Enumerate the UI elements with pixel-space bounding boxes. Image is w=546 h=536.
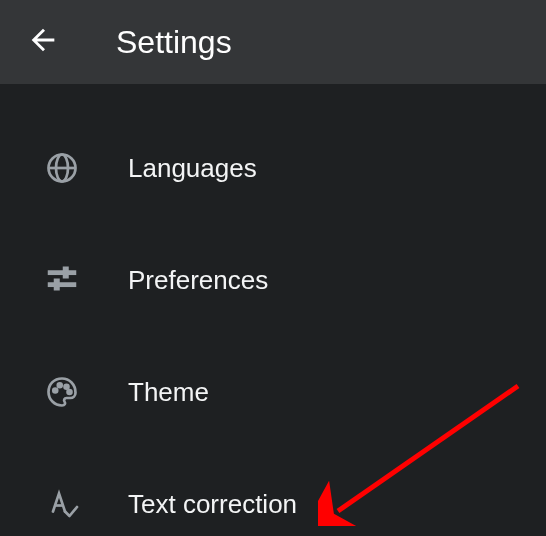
settings-item-preferences[interactable]: Preferences <box>0 224 546 336</box>
svg-rect-5 <box>64 267 69 278</box>
settings-item-languages[interactable]: Languages <box>0 112 546 224</box>
svg-rect-4 <box>49 283 76 286</box>
text-check-icon <box>42 484 82 524</box>
settings-item-theme[interactable]: Theme <box>0 336 546 448</box>
settings-list: Languages Preferences Theme <box>0 84 546 536</box>
svg-point-7 <box>53 389 57 393</box>
settings-item-label: Languages <box>128 153 257 184</box>
globe-icon <box>42 148 82 188</box>
back-button[interactable] <box>18 17 68 67</box>
palette-icon <box>42 372 82 412</box>
svg-point-8 <box>58 383 62 387</box>
svg-point-9 <box>65 385 69 389</box>
svg-point-10 <box>68 390 72 394</box>
svg-rect-6 <box>55 279 60 290</box>
settings-item-label: Preferences <box>128 265 268 296</box>
app-header: Settings <box>0 0 546 84</box>
settings-item-label: Theme <box>128 377 209 408</box>
sliders-icon <box>42 260 82 300</box>
arrow-back-icon <box>26 23 60 61</box>
page-title: Settings <box>116 24 232 61</box>
settings-item-text-correction[interactable]: Text correction <box>0 448 546 536</box>
settings-item-label: Text correction <box>128 489 297 520</box>
svg-rect-3 <box>49 271 76 274</box>
